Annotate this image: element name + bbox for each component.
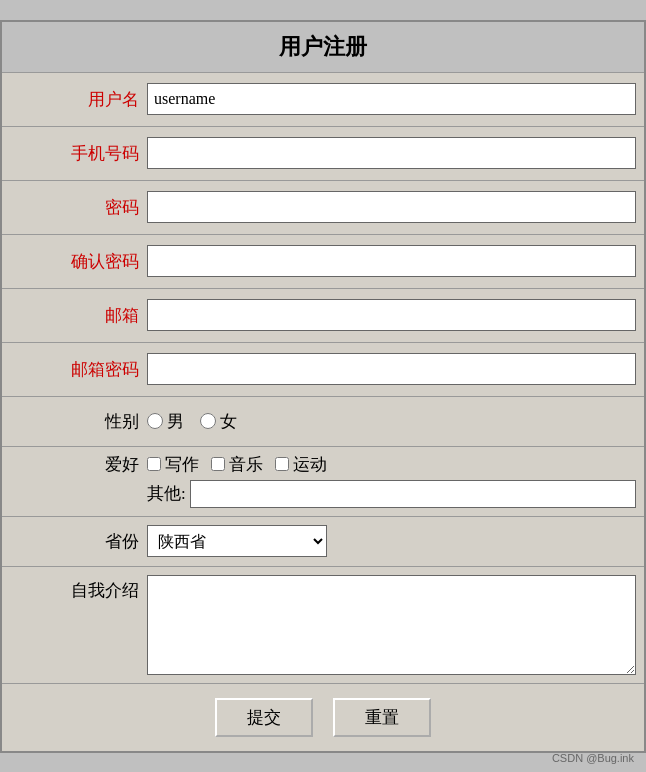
- form-title: 用户注册: [2, 22, 644, 73]
- intro-label: 自我介绍: [2, 575, 147, 602]
- gender-male-radio[interactable]: [147, 413, 163, 429]
- hobby-writing-checkbox[interactable]: [147, 457, 161, 471]
- email-password-row: 邮箱密码: [2, 343, 644, 397]
- gender-options: 男 女: [147, 410, 644, 433]
- hobby-other-label: 其他:: [147, 482, 186, 505]
- username-input[interactable]: [147, 83, 636, 115]
- hobby-music-label: 音乐: [229, 453, 263, 476]
- confirm-password-input[interactable]: [147, 245, 636, 277]
- gender-male-option[interactable]: 男: [147, 410, 184, 433]
- gender-row: 性别 男 女: [2, 397, 644, 447]
- phone-label: 手机号码: [2, 142, 147, 165]
- username-label: 用户名: [2, 88, 147, 111]
- province-label: 省份: [2, 530, 147, 553]
- email-password-label: 邮箱密码: [2, 358, 147, 381]
- gender-female-label: 女: [220, 410, 237, 433]
- email-password-input[interactable]: [147, 353, 636, 385]
- email-label: 邮箱: [2, 304, 147, 327]
- hobby-bottom: 其他:: [2, 476, 644, 510]
- gender-label: 性别: [2, 410, 147, 433]
- hobby-sport-checkbox[interactable]: [275, 457, 289, 471]
- reset-button[interactable]: 重置: [333, 698, 431, 737]
- gender-female-radio[interactable]: [200, 413, 216, 429]
- gender-female-option[interactable]: 女: [200, 410, 237, 433]
- hobby-writing-label: 写作: [165, 453, 199, 476]
- hobby-music-option[interactable]: 音乐: [211, 453, 263, 476]
- submit-button[interactable]: 提交: [215, 698, 313, 737]
- email-row: 邮箱: [2, 289, 644, 343]
- button-row: 提交 重置: [2, 684, 644, 751]
- hobby-label: 爱好: [2, 453, 147, 476]
- phone-input[interactable]: [147, 137, 636, 169]
- hobby-other-input[interactable]: [190, 480, 636, 508]
- hobby-sport-label: 运动: [293, 453, 327, 476]
- hobby-row: 爱好 写作 音乐 运动 其他:: [2, 447, 644, 517]
- intro-row: 自我介绍: [2, 567, 644, 684]
- registration-form: 用户注册 用户名 手机号码 密码 确认密码 邮箱 邮箱密码 性别 男: [0, 20, 646, 753]
- password-row: 密码: [2, 181, 644, 235]
- hobby-writing-option[interactable]: 写作: [147, 453, 199, 476]
- hobby-music-checkbox[interactable]: [211, 457, 225, 471]
- phone-row: 手机号码: [2, 127, 644, 181]
- confirm-password-label: 确认密码: [2, 250, 147, 273]
- province-select[interactable]: 陕西省 北京市 上海市 广东省 浙江省 江苏省 山东省 湖北省 四川省 河南省: [147, 525, 327, 557]
- hobby-top: 爱好 写作 音乐 运动: [2, 453, 644, 476]
- confirm-password-row: 确认密码: [2, 235, 644, 289]
- hobby-options: 写作 音乐 运动: [147, 453, 644, 476]
- email-input[interactable]: [147, 299, 636, 331]
- password-input[interactable]: [147, 191, 636, 223]
- username-row: 用户名: [2, 73, 644, 127]
- watermark: CSDN @Bug.ink: [552, 752, 634, 764]
- province-row: 省份 陕西省 北京市 上海市 广东省 浙江省 江苏省 山东省 湖北省 四川省 河…: [2, 517, 644, 567]
- hobby-sport-option[interactable]: 运动: [275, 453, 327, 476]
- password-label: 密码: [2, 196, 147, 219]
- intro-textarea[interactable]: [147, 575, 636, 675]
- gender-male-label: 男: [167, 410, 184, 433]
